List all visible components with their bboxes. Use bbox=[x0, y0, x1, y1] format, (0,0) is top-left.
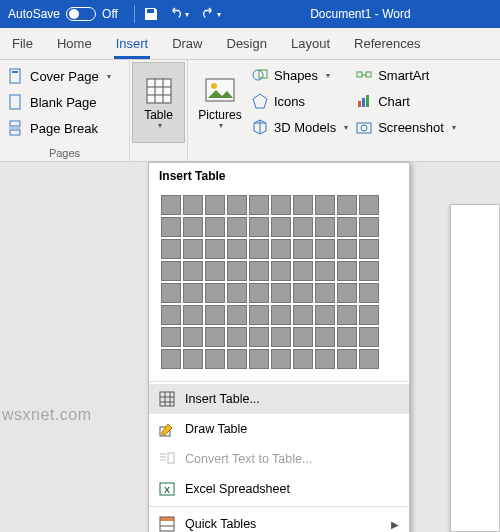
grid-cell[interactable] bbox=[315, 283, 335, 303]
grid-cell[interactable] bbox=[293, 261, 313, 281]
grid-cell[interactable] bbox=[337, 239, 357, 259]
grid-cell[interactable] bbox=[315, 217, 335, 237]
grid-cell[interactable] bbox=[293, 195, 313, 215]
grid-cell[interactable] bbox=[183, 261, 203, 281]
grid-cell[interactable] bbox=[337, 283, 357, 303]
icons-button[interactable]: Icons bbox=[248, 88, 352, 114]
grid-cell[interactable] bbox=[205, 283, 225, 303]
menu-excel-spreadsheet[interactable]: X Excel Spreadsheet bbox=[149, 474, 409, 504]
blank-page-button[interactable]: Blank Page bbox=[4, 89, 115, 115]
grid-cell[interactable] bbox=[359, 327, 379, 347]
grid-cell[interactable] bbox=[161, 261, 181, 281]
grid-cell[interactable] bbox=[315, 261, 335, 281]
menu-insert-table[interactable]: Insert Table... bbox=[149, 384, 409, 414]
undo-button[interactable]: ▾ bbox=[165, 4, 193, 24]
grid-cell[interactable] bbox=[249, 239, 269, 259]
grid-cell[interactable] bbox=[205, 195, 225, 215]
grid-cell[interactable] bbox=[227, 305, 247, 325]
tab-home[interactable]: Home bbox=[45, 28, 104, 59]
tab-layout[interactable]: Layout bbox=[279, 28, 342, 59]
grid-cell[interactable] bbox=[183, 349, 203, 369]
tab-references[interactable]: References bbox=[342, 28, 432, 59]
grid-cell[interactable] bbox=[249, 217, 269, 237]
grid-cell[interactable] bbox=[183, 217, 203, 237]
grid-cell[interactable] bbox=[337, 327, 357, 347]
grid-cell[interactable] bbox=[293, 327, 313, 347]
grid-cell[interactable] bbox=[205, 349, 225, 369]
grid-cell[interactable] bbox=[359, 349, 379, 369]
grid-cell[interactable] bbox=[249, 283, 269, 303]
grid-cell[interactable] bbox=[315, 195, 335, 215]
grid-cell[interactable] bbox=[161, 239, 181, 259]
grid-cell[interactable] bbox=[293, 283, 313, 303]
grid-cell[interactable] bbox=[337, 217, 357, 237]
grid-cell[interactable] bbox=[161, 217, 181, 237]
grid-cell[interactable] bbox=[183, 239, 203, 259]
smartart-button[interactable]: SmartArt bbox=[352, 62, 460, 88]
table-button[interactable]: Table ▾ bbox=[132, 62, 185, 143]
3d-models-button[interactable]: 3D Models ▾ bbox=[248, 114, 352, 140]
grid-cell[interactable] bbox=[227, 327, 247, 347]
grid-cell[interactable] bbox=[161, 327, 181, 347]
grid-cell[interactable] bbox=[359, 305, 379, 325]
grid-cell[interactable] bbox=[249, 261, 269, 281]
grid-cell[interactable] bbox=[271, 261, 291, 281]
grid-cell[interactable] bbox=[227, 261, 247, 281]
grid-cell[interactable] bbox=[205, 217, 225, 237]
page-break-button[interactable]: Page Break bbox=[4, 115, 115, 141]
grid-cell[interactable] bbox=[315, 305, 335, 325]
grid-cell[interactable] bbox=[161, 283, 181, 303]
grid-cell[interactable] bbox=[161, 195, 181, 215]
redo-button[interactable]: ▾ bbox=[197, 4, 225, 24]
grid-cell[interactable] bbox=[205, 239, 225, 259]
grid-cell[interactable] bbox=[271, 349, 291, 369]
grid-cell[interactable] bbox=[315, 327, 335, 347]
grid-cell[interactable] bbox=[249, 349, 269, 369]
grid-cell[interactable] bbox=[205, 305, 225, 325]
grid-cell[interactable] bbox=[183, 283, 203, 303]
grid-cell[interactable] bbox=[315, 349, 335, 369]
grid-cell[interactable] bbox=[227, 195, 247, 215]
menu-draw-table[interactable]: Draw Table bbox=[149, 414, 409, 444]
pictures-button[interactable]: Pictures ▾ bbox=[192, 62, 248, 143]
tab-file[interactable]: File bbox=[0, 28, 45, 59]
grid-cell[interactable] bbox=[249, 327, 269, 347]
grid-cell[interactable] bbox=[249, 305, 269, 325]
grid-cell[interactable] bbox=[227, 239, 247, 259]
grid-cell[interactable] bbox=[249, 195, 269, 215]
grid-cell[interactable] bbox=[271, 283, 291, 303]
table-grid-picker[interactable] bbox=[149, 189, 409, 379]
grid-cell[interactable] bbox=[227, 217, 247, 237]
grid-cell[interactable] bbox=[161, 349, 181, 369]
grid-cell[interactable] bbox=[293, 239, 313, 259]
autosave-toggle[interactable]: AutoSave Off bbox=[0, 7, 126, 21]
grid-cell[interactable] bbox=[271, 239, 291, 259]
grid-cell[interactable] bbox=[227, 349, 247, 369]
grid-cell[interactable] bbox=[271, 305, 291, 325]
grid-cell[interactable] bbox=[293, 349, 313, 369]
tab-draw[interactable]: Draw bbox=[160, 28, 214, 59]
grid-cell[interactable] bbox=[205, 327, 225, 347]
cover-page-button[interactable]: Cover Page ▾ bbox=[4, 63, 115, 89]
grid-cell[interactable] bbox=[359, 239, 379, 259]
grid-cell[interactable] bbox=[271, 217, 291, 237]
menu-quick-tables[interactable]: Quick Tables ▶ bbox=[149, 509, 409, 532]
grid-cell[interactable] bbox=[337, 305, 357, 325]
save-icon[interactable] bbox=[141, 4, 161, 24]
grid-cell[interactable] bbox=[337, 349, 357, 369]
screenshot-button[interactable]: Screenshot ▾ bbox=[352, 114, 460, 140]
grid-cell[interactable] bbox=[293, 217, 313, 237]
grid-cell[interactable] bbox=[293, 305, 313, 325]
shapes-button[interactable]: Shapes ▾ bbox=[248, 62, 352, 88]
grid-cell[interactable] bbox=[359, 261, 379, 281]
grid-cell[interactable] bbox=[271, 195, 291, 215]
grid-cell[interactable] bbox=[315, 239, 335, 259]
tab-design[interactable]: Design bbox=[215, 28, 279, 59]
grid-cell[interactable] bbox=[183, 305, 203, 325]
grid-cell[interactable] bbox=[359, 217, 379, 237]
grid-cell[interactable] bbox=[359, 195, 379, 215]
grid-cell[interactable] bbox=[183, 195, 203, 215]
grid-cell[interactable] bbox=[271, 327, 291, 347]
grid-cell[interactable] bbox=[337, 195, 357, 215]
grid-cell[interactable] bbox=[359, 283, 379, 303]
